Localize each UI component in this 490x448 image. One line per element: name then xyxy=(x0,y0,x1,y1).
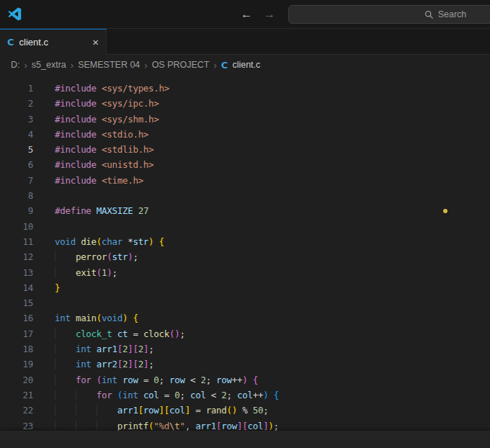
line-number[interactable]: 22 xyxy=(0,403,33,418)
code-line[interactable]: 2#include <sys/ipc.h> xyxy=(0,96,490,111)
code-line[interactable]: 15 xyxy=(0,295,490,310)
code-line[interactable]: 4#include <stdio.h> xyxy=(0,127,490,142)
code-line[interactable]: 17 clock_t ct = clock(); xyxy=(0,326,490,341)
title-bar: ← → Search xyxy=(0,0,490,29)
code-line[interactable]: 6#include <unistd.h> xyxy=(0,157,490,172)
code-line-text: #include <sys/ipc.h> xyxy=(55,96,159,111)
line-number[interactable]: 4 xyxy=(0,127,33,142)
vscode-logo-icon xyxy=(8,7,22,21)
tab-bar: C client.c × xyxy=(0,29,490,55)
search-icon xyxy=(424,10,434,19)
line-number[interactable]: 21 xyxy=(0,387,33,403)
code-line[interactable]: 7#include <time.h> xyxy=(0,173,490,188)
code-line[interactable]: 1#include <sys/types.h> xyxy=(0,81,490,96)
line-number[interactable]: 2 xyxy=(0,96,33,111)
horizontal-scrollbar[interactable] xyxy=(0,431,490,448)
c-file-icon: C xyxy=(7,37,14,48)
code-line-text: int main(void) { xyxy=(55,310,138,326)
breadcrumb-item-drive[interactable]: D: xyxy=(11,60,20,70)
code-line-text: #include <stdio.h> xyxy=(55,127,148,142)
line-number[interactable]: 9 xyxy=(0,203,33,218)
line-number[interactable]: 14 xyxy=(0,280,33,295)
code-line-text: #include <stdlib.h> xyxy=(55,142,153,157)
chevron-right-icon: › xyxy=(71,60,74,71)
line-number[interactable]: 18 xyxy=(0,341,33,357)
chevron-right-icon: › xyxy=(214,60,217,71)
line-number[interactable]: 20 xyxy=(0,372,33,387)
line-number[interactable]: 11 xyxy=(0,234,33,249)
code-line[interactable]: 3#include <sys/shm.h> xyxy=(0,112,490,127)
breadcrumb: D: › s5_extra › SEMESTER 04 › OS PROJECT… xyxy=(0,55,490,75)
line-number[interactable]: 16 xyxy=(0,310,33,326)
line-number[interactable]: 10 xyxy=(0,219,33,234)
yellow-dot-marker xyxy=(443,209,447,213)
code-line[interactable]: 13 exit(1); xyxy=(0,265,490,280)
code-line-text: #include <sys/types.h> xyxy=(55,81,169,96)
code-line[interactable]: 22 arr1[row][col] = rand() % 50; xyxy=(0,403,490,418)
forward-button[interactable]: → xyxy=(261,6,278,22)
code-line-text: #include <sys/shm.h> xyxy=(55,112,159,127)
code-line[interactable]: 19 int arr2[2][2]; xyxy=(0,357,490,372)
code-line-text: int arr1[2][2]; xyxy=(55,341,153,357)
line-number[interactable]: 7 xyxy=(0,173,33,188)
search-input[interactable]: Search xyxy=(288,5,490,24)
line-number[interactable]: 1 xyxy=(0,81,33,96)
code-line-text: #include <unistd.h> xyxy=(55,157,153,172)
line-number[interactable]: 15 xyxy=(0,295,33,310)
code-line[interactable]: 18 int arr1[2][2]; xyxy=(0,341,490,357)
code-line[interactable]: 21 for (int col = 0; col < 2; col++) { xyxy=(0,387,490,403)
c-file-icon: C xyxy=(221,60,228,71)
code-line-text: for (int row = 0; row < 2; row++) { xyxy=(55,372,258,387)
code-line-text: #define MAXSIZE 27 xyxy=(55,203,148,218)
close-icon[interactable]: × xyxy=(92,37,99,48)
tab-label: client.c xyxy=(19,37,48,48)
line-number[interactable]: 5 xyxy=(0,142,33,157)
code-editor[interactable]: 1#include <sys/types.h>2#include <sys/ip… xyxy=(0,75,490,434)
code-line-text: clock_t ct = clock(); xyxy=(55,326,185,341)
code-line-text: } xyxy=(55,280,60,295)
line-number[interactable]: 17 xyxy=(0,326,33,341)
code-line[interactable]: 5#include <stdlib.h> xyxy=(0,142,490,157)
line-number[interactable]: 19 xyxy=(0,357,33,372)
back-button[interactable]: ← xyxy=(238,6,255,22)
code-line-text: exit(1); xyxy=(55,265,117,280)
breadcrumb-item-semester-04[interactable]: SEMESTER 04 xyxy=(78,60,140,70)
code-line-text: void die(char *str) { xyxy=(55,234,164,249)
code-line-text: #include <time.h> xyxy=(55,173,143,188)
code-line-text: arr1[row][col] = rand() % 50; xyxy=(55,403,268,418)
tab-client-c[interactable]: C client.c × xyxy=(0,29,107,55)
code-line[interactable]: 11void die(char *str) { xyxy=(0,234,490,249)
code-line[interactable]: 9#define MAXSIZE 27 xyxy=(0,203,490,218)
breadcrumb-item-s5-extra[interactable]: s5_extra xyxy=(32,60,66,70)
chevron-right-icon: › xyxy=(24,60,27,71)
code-line-text: perror(str); xyxy=(55,249,138,264)
code-line-text: int arr2[2][2]; xyxy=(55,357,153,372)
line-number[interactable]: 8 xyxy=(0,188,33,203)
line-number[interactable]: 13 xyxy=(0,265,33,280)
line-number[interactable]: 12 xyxy=(0,249,33,264)
line-number[interactable]: 6 xyxy=(0,157,33,172)
breadcrumb-item-os-project[interactable]: OS PROJECT xyxy=(152,60,210,70)
code-line[interactable]: 8 xyxy=(0,188,490,203)
code-line-text: for (int col = 0; col < 2; col++) { xyxy=(55,387,279,403)
code-line[interactable]: 12 perror(str); xyxy=(0,249,490,264)
breadcrumb-item-file[interactable]: client.c xyxy=(232,60,260,70)
code-line[interactable]: 14} xyxy=(0,280,490,295)
code-line[interactable]: 10 xyxy=(0,219,490,234)
code-line[interactable]: 16int main(void) { xyxy=(0,310,490,326)
vscode-window: ← → Search C client.c × D: › s5_extra › … xyxy=(0,0,490,448)
chevron-right-icon: › xyxy=(144,60,147,71)
code-line[interactable]: 20 for (int row = 0; row < 2; row++) { xyxy=(0,372,490,387)
line-number[interactable]: 3 xyxy=(0,112,33,127)
search-placeholder: Search xyxy=(438,9,467,19)
